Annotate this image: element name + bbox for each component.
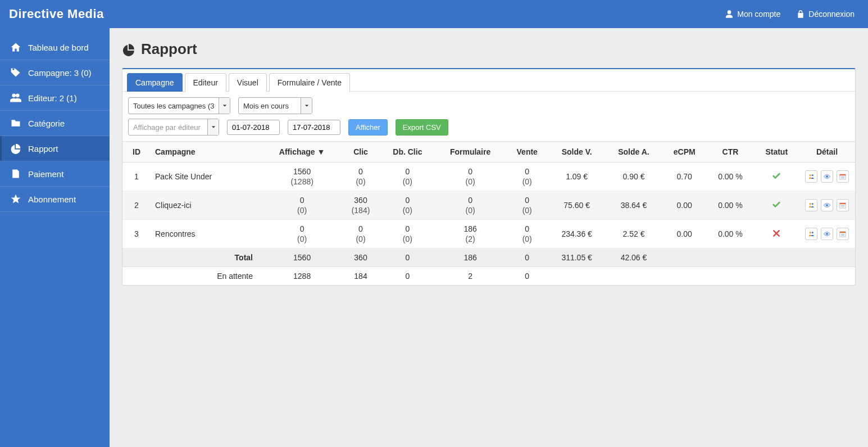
sidebar-item-label: Abonnement xyxy=(28,195,76,204)
sidebar-item-categorie[interactable]: Catégorie xyxy=(0,111,110,136)
star-icon xyxy=(10,193,21,205)
piechart-icon xyxy=(10,143,21,154)
totals-row: Total 1560 360 0 186 0 311.05 € 42.06 € xyxy=(122,249,855,267)
page-title-text: Rapport xyxy=(141,40,197,58)
check-icon xyxy=(772,173,781,182)
detail-users-button[interactable] xyxy=(805,199,817,211)
svg-rect-18 xyxy=(840,232,846,233)
tab-formulaire-vente[interactable]: Formulaire / Vente xyxy=(269,73,350,92)
svg-point-16 xyxy=(826,233,828,235)
period-select-value xyxy=(239,98,301,114)
sidebar-item-label: Tableau de bord xyxy=(28,43,89,52)
chevron-down-icon[interactable] xyxy=(219,98,230,114)
period-select[interactable] xyxy=(238,97,312,114)
tabs: Campagne Editeur Visuel Formulaire / Ven… xyxy=(122,69,855,92)
svg-point-1 xyxy=(812,174,814,176)
totals-label: Total xyxy=(122,249,263,267)
sidebar-item-abonnement[interactable]: Abonnement xyxy=(0,187,110,212)
sidebar-item-editeur[interactable]: Editeur: 2 (1) xyxy=(0,85,110,111)
col-affichage[interactable]: Affichage ▼ xyxy=(263,142,341,162)
user-icon xyxy=(725,10,734,19)
chevron-down-icon[interactable] xyxy=(301,98,312,114)
sidebar-item-label: Editeur: 2 (1) xyxy=(28,93,77,103)
chevron-down-icon[interactable] xyxy=(207,119,219,135)
report-table: ID Campagne Affichage ▼ Clic Db. Clic Fo… xyxy=(122,142,855,285)
detail-calendar-button[interactable] xyxy=(837,170,849,183)
sidebar-item-label: Rapport xyxy=(28,144,58,153)
home-icon xyxy=(10,42,21,53)
svg-point-2 xyxy=(826,175,828,178)
col-id[interactable]: ID xyxy=(122,142,151,162)
tab-visuel[interactable]: Visuel xyxy=(229,73,267,92)
sidebar-item-label: Catégorie xyxy=(28,119,65,128)
sidebar-item-dashboard[interactable]: Tableau de bord xyxy=(0,35,110,60)
main-content: Rapport Campagne Editeur Visuel Formulai… xyxy=(110,28,868,447)
detail-calendar-button[interactable] xyxy=(837,199,849,211)
col-vente[interactable]: Vente xyxy=(506,142,548,162)
logout-label: Déconnexion xyxy=(808,10,855,19)
date-from-input[interactable] xyxy=(227,120,280,135)
sidebar: Tableau de bord Campagne: 3 (0) Editeur:… xyxy=(0,28,110,447)
x-icon xyxy=(772,231,781,240)
campagne-select[interactable] xyxy=(128,97,230,114)
my-account-label: Mon compte xyxy=(737,10,780,19)
col-solde-a[interactable]: Solde A. xyxy=(605,142,662,162)
pending-row: En attente 1288 184 0 2 0 xyxy=(122,267,855,286)
displayby-select[interactable] xyxy=(128,119,219,136)
svg-rect-11 xyxy=(840,203,846,204)
top-bar: Directive Media Mon compte Déconnexion xyxy=(0,0,868,28)
svg-point-9 xyxy=(826,204,828,206)
col-ctr[interactable]: CTR xyxy=(706,142,754,162)
tag-icon xyxy=(10,67,21,78)
pending-label: En attente xyxy=(122,267,263,286)
col-detail[interactable]: Détail xyxy=(799,142,855,162)
detail-users-button[interactable] xyxy=(805,170,817,183)
svg-rect-4 xyxy=(840,174,846,175)
my-account-link[interactable]: Mon compte xyxy=(725,10,780,19)
detail-view-button[interactable] xyxy=(821,170,833,183)
sidebar-item-label: Paiement xyxy=(28,169,63,179)
detail-users-button[interactable] xyxy=(805,228,817,240)
col-solde-v[interactable]: Solde V. xyxy=(548,142,605,162)
lock-icon xyxy=(796,10,805,19)
filters: Afficher Export CSV xyxy=(122,92,855,142)
col-statut[interactable]: Statut xyxy=(754,142,799,162)
brand-logo[interactable]: Directive Media xyxy=(9,7,104,21)
tab-editeur[interactable]: Editeur xyxy=(185,73,226,92)
col-formulaire[interactable]: Formulaire xyxy=(435,142,506,162)
logout-link[interactable]: Déconnexion xyxy=(796,10,855,19)
campagne-select-value xyxy=(129,98,219,114)
table-row: 1Pack Site Under1560(1288)0(0)0(0)0(0)0(… xyxy=(122,162,855,191)
svg-point-14 xyxy=(810,232,812,234)
detail-view-button[interactable] xyxy=(821,228,833,240)
page-title: Rapport xyxy=(122,40,856,58)
table-header-row: ID Campagne Affichage ▼ Clic Db. Clic Fo… xyxy=(122,142,855,162)
col-campagne[interactable]: Campagne xyxy=(151,142,263,162)
detail-view-button[interactable] xyxy=(821,199,833,211)
svg-point-8 xyxy=(812,203,814,205)
export-csv-button[interactable]: Export CSV xyxy=(396,119,448,136)
table-row: 2Cliquez-ici0(0)360(184)0(0)0(0)0(0)75.6… xyxy=(122,191,855,220)
detail-calendar-button[interactable] xyxy=(837,228,849,240)
col-ecpm[interactable]: eCPM xyxy=(662,142,706,162)
col-dbclic[interactable]: Db. Clic xyxy=(380,142,435,162)
sidebar-item-label: Campagne: 3 (0) xyxy=(28,68,92,78)
piechart-icon xyxy=(122,43,135,56)
sidebar-item-campagne[interactable]: Campagne: 3 (0) xyxy=(0,60,110,85)
tab-campagne[interactable]: Campagne xyxy=(127,73,183,92)
svg-point-7 xyxy=(810,203,812,205)
folder-icon xyxy=(10,118,21,129)
sidebar-item-rapport[interactable]: Rapport xyxy=(0,136,110,161)
svg-point-15 xyxy=(812,232,814,233)
check-icon xyxy=(772,202,781,211)
file-icon xyxy=(10,168,21,179)
sidebar-item-paiement[interactable]: Paiement xyxy=(0,161,110,187)
report-panel: Campagne Editeur Visuel Formulaire / Ven… xyxy=(122,68,856,286)
col-clic[interactable]: Clic xyxy=(341,142,380,162)
users-icon xyxy=(10,92,21,103)
date-to-input[interactable] xyxy=(288,120,340,135)
displayby-select-value xyxy=(129,119,207,135)
svg-point-0 xyxy=(810,174,812,177)
show-button[interactable]: Afficher xyxy=(348,119,388,136)
table-row: 3Rencontres0(0)0(0)0(0)186(2)0(0)234.36 … xyxy=(122,220,855,249)
